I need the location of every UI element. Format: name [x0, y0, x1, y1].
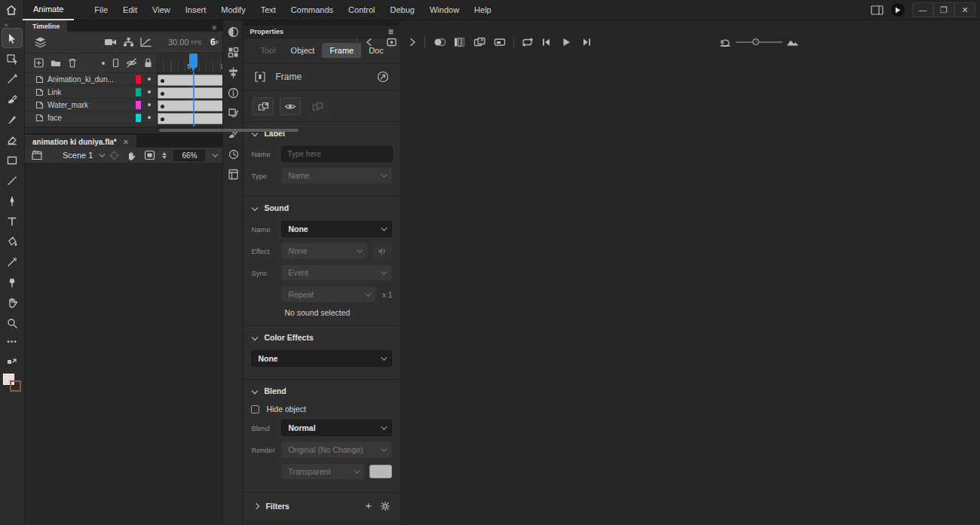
play-button-icon[interactable] [562, 38, 571, 47]
app-tab-animate[interactable]: Animate [23, 0, 74, 20]
layer-color-swatch[interactable] [136, 88, 141, 96]
layer-row[interactable]: face [25, 111, 157, 124]
menu-item-modify[interactable]: Modify [214, 2, 252, 17]
frame-span[interactable] [158, 113, 222, 124]
selection-tool[interactable] [2, 29, 22, 47]
align-panel-icon[interactable] [226, 66, 240, 79]
layers-stack-icon[interactable] [34, 37, 47, 48]
fill-stroke-swatches[interactable] [3, 374, 21, 392]
fps-value[interactable]: 30.00 FPS [168, 38, 201, 47]
label-name-input[interactable] [281, 146, 393, 162]
layer-row[interactable]: Water_mark [25, 99, 157, 111]
transform-panel-icon[interactable] [226, 106, 240, 120]
timeline-tab[interactable]: Timeline [25, 20, 67, 32]
reset-timeline-zoom-icon[interactable] [720, 38, 731, 47]
sound-section-header[interactable]: Sound [251, 202, 392, 215]
label-type-dropdown[interactable]: Name [281, 167, 392, 184]
delete-layer-icon[interactable] [68, 58, 77, 68]
swatches-panel-icon[interactable] [226, 45, 240, 59]
home-button[interactable] [0, 0, 23, 20]
document-close-icon[interactable]: ✕ [123, 138, 129, 146]
document-tab[interactable]: animation ki duniya.fla* ✕ [25, 135, 136, 148]
menu-item-insert[interactable]: Insert [179, 2, 213, 17]
sound-effect-dropdown[interactable]: None [281, 243, 368, 259]
menu-item-view[interactable]: View [145, 2, 177, 17]
menu-item-commands[interactable]: Commands [284, 2, 340, 17]
timeline-scrollbar[interactable] [25, 127, 222, 133]
highlight-layer-dot-icon[interactable] [101, 61, 106, 66]
onion-skin-icon[interactable] [433, 38, 446, 47]
hide-layers-icon[interactable] [126, 58, 137, 68]
layer-frames-row[interactable] [158, 112, 222, 125]
menu-item-control[interactable]: Control [341, 2, 381, 17]
lock-layers-icon[interactable] [144, 58, 152, 68]
filter-options-gear-icon[interactable] [380, 501, 390, 511]
color-effects-header[interactable]: Color Effects [251, 331, 392, 345]
layer-outline-dot[interactable] [148, 90, 151, 93]
paint-bucket-tool[interactable] [2, 232, 22, 251]
layer-frames-row[interactable] [158, 99, 222, 112]
scene-chevron-icon[interactable] [100, 151, 106, 157]
scene-clapper-icon[interactable] [31, 150, 43, 160]
hand-tool[interactable] [2, 293, 22, 312]
timeline-panel-menu-icon[interactable]: ≡ [213, 23, 223, 32]
new-folder-icon[interactable] [51, 59, 61, 67]
swap-symbol-button[interactable] [253, 97, 274, 115]
outline-view-icon[interactable] [112, 58, 119, 68]
frame-span[interactable] [158, 87, 222, 99]
color-panel-icon[interactable] [226, 25, 240, 38]
history-panel-icon[interactable] [226, 147, 240, 160]
frame-span[interactable] [158, 75, 222, 86]
classic-brush-tool[interactable] [2, 110, 22, 129]
keyframe-view-button[interactable] [280, 97, 301, 115]
step-back-icon[interactable] [542, 38, 550, 47]
next-keyframe-icon[interactable] [409, 38, 416, 47]
collapse-panel-icon[interactable]: « [0, 22, 8, 28]
render-dropdown[interactable]: Original (No Change) [281, 441, 392, 458]
zoom-stepper[interactable] [162, 152, 167, 159]
scene-name[interactable]: Scene 1 [63, 151, 93, 160]
insert-keyframe-icon[interactable] [386, 38, 397, 47]
frames-area[interactable]: 1s2s 510152025303540455055606570758085 [158, 53, 222, 127]
color-effect-dropdown[interactable]: None [251, 350, 392, 367]
transparent-dropdown[interactable]: Transparent [281, 463, 365, 480]
menu-item-debug[interactable]: Debug [384, 2, 421, 17]
sound-repeat-dropdown[interactable]: Repeat [281, 286, 376, 303]
menu-item-edit[interactable]: Edit [116, 2, 144, 17]
zoom-chevron-icon[interactable] [213, 151, 219, 157]
restore-button[interactable]: ❐ [933, 2, 954, 17]
layer-outline-dot[interactable] [148, 103, 151, 106]
properties-panel-menu-icon[interactable]: ≣ [388, 28, 394, 35]
playhead[interactable] [189, 53, 198, 68]
timeline-scrollbar-thumb[interactable] [159, 129, 299, 132]
tab-frame[interactable]: Frame [322, 43, 361, 58]
pen-tool[interactable] [2, 191, 22, 210]
rectangle-tool[interactable] [2, 151, 22, 169]
frame-span[interactable] [158, 100, 222, 111]
help-link-icon[interactable] [377, 71, 389, 83]
free-transform-tool[interactable] [2, 49, 22, 68]
info-panel-icon[interactable] [226, 86, 240, 99]
loop-playback-icon[interactable] [521, 38, 534, 47]
layer-frames-row[interactable] [158, 87, 222, 99]
transparent-color-swatch[interactable] [369, 465, 392, 478]
menu-item-help[interactable]: Help [467, 2, 498, 17]
fluid-brush-tool[interactable] [2, 90, 22, 108]
blend-mode-dropdown[interactable]: Normal [281, 420, 392, 436]
camera-icon[interactable] [104, 38, 117, 47]
tab-tool[interactable]: Tool [253, 43, 283, 58]
menu-item-window[interactable]: Window [423, 2, 466, 17]
onion-range-icon[interactable] [494, 38, 506, 47]
fill-color-swatch[interactable] [10, 380, 21, 392]
new-layer-icon[interactable] [34, 58, 44, 68]
timeline-zoom-slider[interactable] [736, 41, 782, 43]
test-movie-button[interactable] [891, 3, 905, 17]
layer-row[interactable]: Animation_ki_dun... [25, 73, 157, 86]
close-button[interactable]: ✕ [954, 2, 975, 17]
prev-keyframe-icon[interactable] [366, 38, 372, 47]
sound-name-dropdown[interactable]: None [281, 221, 392, 237]
center-stage-icon[interactable] [144, 150, 155, 160]
tab-object[interactable]: Object [283, 43, 323, 58]
layer-color-swatch[interactable] [136, 75, 141, 84]
text-tool[interactable] [2, 212, 22, 230]
